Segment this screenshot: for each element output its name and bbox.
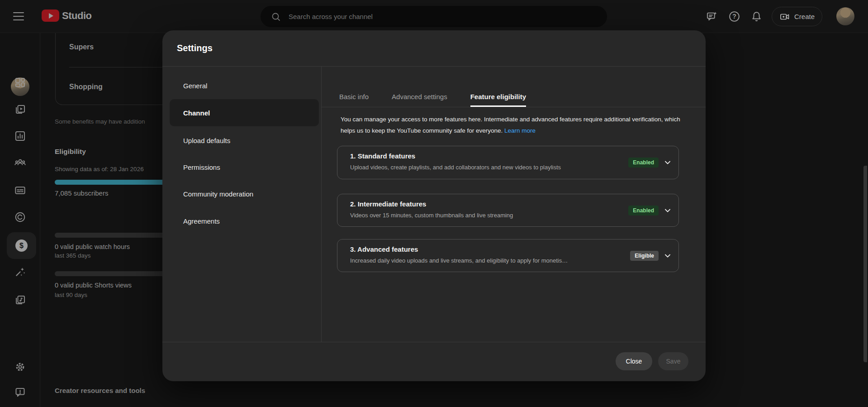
search-input[interactable] xyxy=(289,13,607,20)
dialog-title: Settings xyxy=(177,43,213,53)
settings-nav-general[interactable]: General xyxy=(170,72,319,99)
subscribers-count: 7,085 subscribers xyxy=(55,189,108,197)
chevron-down-icon[interactable] xyxy=(663,251,672,260)
benefit-row-shopping[interactable]: Shopping xyxy=(69,83,103,91)
benefits-note: Some benefits may have addition xyxy=(55,118,168,125)
eligibility-as-of: Showing data as of: 28 Jan 2026 xyxy=(55,166,144,172)
divider xyxy=(322,107,706,107)
divider xyxy=(162,66,706,67)
notifications-bell-icon[interactable] xyxy=(750,10,763,23)
account-avatar[interactable] xyxy=(836,7,854,25)
settings-nav-agreements[interactable]: Agreements xyxy=(170,207,319,235)
send-feedback-icon[interactable] xyxy=(14,386,26,398)
feature-card-advanced[interactable]: 3. Advanced features Increased daily vid… xyxy=(337,239,679,272)
menu-icon[interactable] xyxy=(13,12,24,20)
watch-hours-period: last 365 days xyxy=(55,252,91,259)
help-icon[interactable]: ? xyxy=(728,10,740,23)
chevron-down-icon[interactable] xyxy=(663,158,672,167)
divider xyxy=(162,342,706,342)
create-video-icon xyxy=(779,11,790,22)
feature-eligibility-description: You can manage your access to more featu… xyxy=(341,114,689,136)
status-badge: Eligible xyxy=(630,251,659,261)
settings-nav-permissions[interactable]: Permissions xyxy=(170,153,319,181)
feature-title: 2. Intermediate features xyxy=(350,200,426,208)
feature-card-intermediate[interactable]: 2. Intermediate features Videos over 15 … xyxy=(337,194,679,227)
create-button[interactable]: Create xyxy=(772,7,822,26)
customization-wand-icon[interactable] xyxy=(14,266,26,278)
chevron-down-icon[interactable] xyxy=(663,206,672,215)
topbar: Studio ? Create xyxy=(0,0,868,33)
settings-nav-channel[interactable]: Channel xyxy=(170,99,319,126)
settings-nav-community-moderation[interactable]: Community moderation xyxy=(170,180,319,207)
dashboard-icon[interactable] xyxy=(14,77,26,89)
divider xyxy=(321,67,322,342)
channel-tabs: Basic info Advanced settings Feature eli… xyxy=(339,93,526,107)
create-label: Create xyxy=(794,13,815,20)
creator-resources-heading: Creator resources and tools xyxy=(55,387,145,394)
audio-library-icon[interactable] xyxy=(14,294,26,306)
shorts-views-text: 0 valid public Shorts views xyxy=(55,282,132,289)
settings-dialog: Settings General Channel Upload defaults… xyxy=(162,30,706,381)
eligibility-title: Eligibility xyxy=(55,148,86,156)
youtube-studio-logo[interactable]: Studio xyxy=(42,10,91,22)
feature-desc: Videos over 15 minutes, custom thumbnail… xyxy=(350,212,603,219)
search-icon xyxy=(270,11,281,22)
feature-desc: Upload videos, create playlists, and add… xyxy=(350,164,603,171)
feature-title: 1. Standard features xyxy=(350,152,415,160)
subtitles-icon[interactable] xyxy=(14,184,26,196)
settings-nav-upload-defaults[interactable]: Upload defaults xyxy=(170,127,319,154)
settings-gear-icon[interactable] xyxy=(14,361,26,373)
analytics-icon[interactable] xyxy=(14,130,26,142)
page-scrollbar[interactable] xyxy=(863,166,867,362)
tab-advanced-settings[interactable]: Advanced settings xyxy=(392,93,447,107)
watch-hours-text: 0 valid public watch hours xyxy=(55,243,130,250)
community-icon[interactable] xyxy=(14,157,26,169)
feature-card-standard[interactable]: 1. Standard features Upload videos, crea… xyxy=(337,146,679,179)
status-badge: Enabled xyxy=(628,158,659,168)
sidebar: $ xyxy=(0,33,40,407)
earn-item-selected[interactable]: $ xyxy=(7,232,36,259)
copyright-icon[interactable] xyxy=(14,211,26,223)
status-badge: Enabled xyxy=(628,206,659,215)
feedback-sparkle-icon[interactable] xyxy=(706,10,718,23)
feature-desc: Increased daily video uploads and live s… xyxy=(350,257,603,264)
shorts-views-period: last 90 days xyxy=(55,292,87,298)
close-button[interactable]: Close xyxy=(616,352,652,370)
feature-title: 3. Advanced features xyxy=(350,245,418,253)
earn-dollar-icon: $ xyxy=(15,239,28,252)
search-bar[interactable] xyxy=(261,6,607,27)
benefit-row-supers[interactable]: Supers xyxy=(69,43,94,51)
tab-basic-info[interactable]: Basic info xyxy=(339,93,369,107)
learn-more-link[interactable]: Learn more xyxy=(504,127,536,134)
save-button[interactable]: Save xyxy=(658,352,688,370)
tab-feature-eligibility[interactable]: Feature eligibility xyxy=(470,93,526,107)
brand-name: Studio xyxy=(62,10,91,22)
content-icon[interactable] xyxy=(14,103,26,115)
youtube-logo-icon xyxy=(42,10,59,22)
svg-text:?: ? xyxy=(732,13,736,20)
